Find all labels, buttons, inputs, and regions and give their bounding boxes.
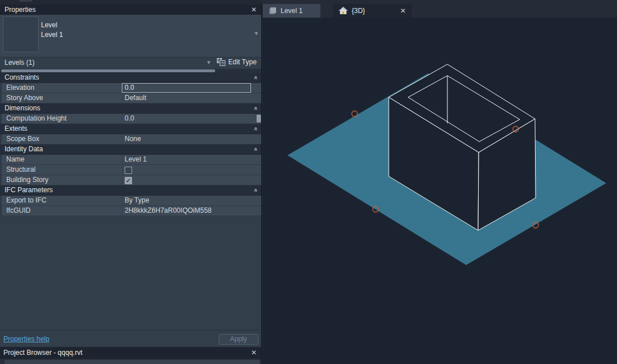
chevron-down-icon[interactable]: ▾ — [207, 59, 211, 66]
family-name: Level — [41, 21, 57, 29]
section-header-identity-data[interactable]: Identity Data « — [0, 144, 261, 155]
view-tab-bar: Level 1 {3D} ✕ — [262, 0, 617, 18]
section-title: Dimensions — [5, 104, 40, 112]
3d-scene — [262, 18, 617, 364]
3d-viewport[interactable] — [262, 18, 617, 364]
edit-type-button[interactable]: Edit Type — [217, 58, 257, 66]
section-header-constraints[interactable]: Constraints « — [0, 73, 261, 83]
section-title: Identity Data — [5, 145, 43, 153]
element-filter-label[interactable]: Levels (1) — [5, 59, 35, 67]
export-to-ifc-value[interactable]: By Type — [122, 196, 261, 205]
close-icon[interactable]: ✕ — [400, 7, 406, 15]
element-filter-row: Levels (1) ▾ Edit Type — [0, 57, 261, 69]
property-label: Name — [2, 155, 122, 164]
section-title: Extents — [5, 125, 27, 133]
collapse-icon[interactable]: « — [251, 76, 260, 79]
collapse-icon[interactable]: « — [251, 106, 260, 110]
project-browser-body — [0, 359, 262, 364]
section-header-dimensions[interactable]: Dimensions « — [0, 104, 261, 114]
name-value[interactable]: Level 1 — [122, 155, 261, 164]
type-preview-thumbnail — [3, 16, 39, 52]
property-label: Story Above — [2, 93, 122, 103]
collapse-icon[interactable]: « — [251, 147, 260, 151]
project-browser-row-clipped[interactable] — [5, 360, 260, 364]
property-grid-empty-area — [0, 216, 261, 330]
tab-label: Level 1 — [281, 7, 303, 15]
home-icon — [339, 7, 348, 15]
apply-button[interactable]: Apply — [219, 334, 258, 345]
elevation-input[interactable]: 0.0 — [122, 83, 251, 93]
property-label: Building Story — [2, 175, 122, 185]
property-label: Elevation — [2, 83, 122, 93]
building-story-checkbox[interactable]: ✓ — [125, 177, 132, 184]
property-row-name: Name Level 1 — [0, 155, 261, 165]
property-row-export-to-ifc: Export to IFC By Type — [0, 196, 261, 206]
structural-checkbox[interactable] — [125, 167, 132, 174]
property-row-elevation: Elevation 0.0 — [0, 83, 261, 93]
property-row-ifcguid: IfcGUID 2H8kkkZ6H7aR00IQOiM558 — [0, 206, 261, 216]
property-value-cell: ✓ — [122, 175, 261, 185]
property-value-cell — [122, 165, 261, 175]
project-browser-title: Project Browser - qqqq.rvt — [3, 349, 83, 357]
property-row-computation-height: Computation Height 0.0 — [0, 114, 261, 124]
property-label: Export to IFC — [2, 196, 122, 205]
section-header-extents[interactable]: Extents « — [0, 124, 261, 134]
section-title: IFC Parameters — [5, 186, 53, 194]
property-row-structural: Structural — [0, 165, 261, 175]
chevron-down-icon[interactable]: ▾ — [254, 30, 258, 37]
property-grid: Constraints « Elevation 0.0 Story Above … — [0, 73, 261, 216]
properties-panel: Properties ✕ Level Level 1 ▾ Levels (1) … — [0, 5, 262, 347]
property-label: IfcGUID — [2, 206, 122, 216]
properties-title-bar: Properties ✕ — [0, 5, 261, 15]
property-label: Scope Box — [2, 134, 122, 144]
edit-type-icon — [217, 58, 225, 66]
properties-help-link[interactable]: Properties help — [3, 335, 50, 343]
story-above-value[interactable]: Default — [122, 93, 261, 103]
property-row-scope-box: Scope Box None — [0, 134, 261, 144]
collapse-icon[interactable]: « — [251, 188, 260, 192]
type-name: Level 1 — [41, 31, 63, 39]
collapse-icon[interactable]: « — [251, 127, 260, 130]
app-window: Properties ✕ Level Level 1 ▾ Levels (1) … — [0, 0, 617, 364]
plane-grip-handle[interactable] — [352, 111, 357, 117]
tab-3d-view[interactable]: {3D} ✕ — [333, 4, 412, 18]
scope-box-value[interactable]: None — [122, 134, 261, 144]
property-row-building-story: Building Story ✓ — [0, 175, 261, 185]
section-title: Constraints — [5, 73, 39, 81]
edit-type-label: Edit Type — [228, 58, 257, 66]
type-selector[interactable]: Level Level 1 ▾ — [0, 15, 261, 57]
section-header-ifc-parameters[interactable]: IFC Parameters « — [0, 185, 261, 196]
properties-title: Properties — [5, 6, 36, 14]
ifcguid-value[interactable]: 2H8kkkZ6H7aR00IQOiM558 — [122, 206, 261, 216]
property-label: Computation Height — [2, 114, 122, 123]
row-side-button[interactable] — [257, 115, 261, 122]
tab-label: {3D} — [352, 7, 365, 15]
project-browser-title-bar: Project Browser - qqqq.rvt ✕ — [0, 347, 262, 359]
properties-footer: Properties help Apply — [0, 330, 261, 348]
ribbon-clipped-fragment — [19, 0, 32, 2]
property-label: Structural — [2, 165, 122, 175]
computation-height-value[interactable]: 0.0 — [122, 114, 261, 123]
property-row-story-above: Story Above Default — [0, 93, 261, 104]
close-icon[interactable]: ✕ — [251, 5, 257, 15]
property-value-cell: 0.0 — [122, 83, 261, 93]
tab-level-1[interactable]: Level 1 — [263, 4, 320, 18]
scrollbar-thumb[interactable] — [1, 69, 215, 72]
horizontal-scrollbar[interactable] — [0, 69, 261, 73]
close-icon[interactable]: ✕ — [251, 347, 257, 359]
plan-view-icon — [269, 7, 277, 15]
